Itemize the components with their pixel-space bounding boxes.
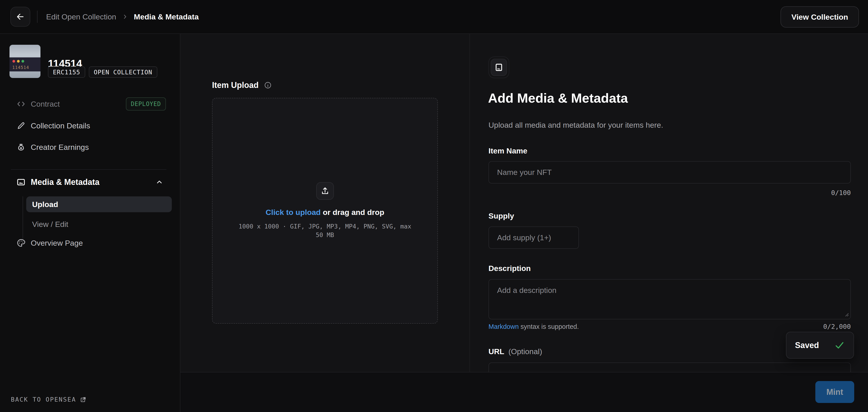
upload-constraints: 1000 x 1000 · GIF, JPG, MP3, MP4, PNG, S… [239,222,411,239]
metadata-form-panel: Add Media & Metadata Upload all media an… [470,34,868,372]
supply-input[interactable] [489,226,579,249]
sidebar-item-label: Overview Page [31,239,83,248]
supply-label: Supply [489,212,514,220]
external-link-icon [80,396,87,403]
sidebar-item-collection-details[interactable]: Collection Details [0,119,180,132]
breadcrumb-current: Media & Metadata [134,12,199,21]
sidebar-item-contract[interactable]: Contract DEPLOYED [0,98,180,110]
terminal-dots-icon [12,60,24,63]
breadcrumb: Edit Open Collection Media & Metadata [46,12,199,21]
url-label: URL (Optional) [489,347,542,356]
markdown-help: Markdown syntax is supported. [489,323,579,330]
saved-toast-label: Saved [795,341,819,350]
item-upload-title: Item Upload [212,81,258,90]
mint-button[interactable]: Mint [815,381,854,403]
saved-toast: Saved [786,332,854,359]
breadcrumb-parent-link[interactable]: Edit Open Collection [46,12,116,21]
collection-badges: ERC1155 OPEN COLLECTION [48,66,157,78]
markdown-link[interactable]: Markdown [489,323,519,330]
drag-drop-text: or drag and drop [321,208,384,217]
thumbnail-label: 114514 [12,65,29,70]
description-label: Description [489,264,531,273]
url-optional-text [506,347,508,356]
sidebar-item-creator-earnings[interactable]: Creator Earnings [0,141,180,154]
item-name-input[interactable] [489,161,851,184]
collection-thumbnail: 114514 [9,45,40,78]
arrow-left-icon [16,12,25,22]
upload-dropzone[interactable]: Click to upload or drag and drop 1000 x … [212,98,438,324]
back-to-opensea-link[interactable]: BACK TO OPENSEA [11,396,87,403]
sidebar-item-label: View / Edit [32,220,68,229]
click-to-upload-link[interactable]: Click to upload [266,208,321,217]
image-icon [494,63,504,72]
sidebar-item-label: Upload [32,200,58,209]
upload-icon [320,186,330,195]
item-upload-section: Item Upload Click to upload or drag and … [180,34,469,372]
sidebar-item-media-metadata[interactable]: Media & Metadata [0,176,180,189]
sidebar-item-overview-page[interactable]: Overview Page [0,236,180,249]
sidebar-item-label: Contract [31,100,60,108]
upload-constraints-line2: 50 MB [239,231,411,239]
sidebar-item-label: Collection Details [31,121,90,130]
upload-constraints-line1: 1000 x 1000 · GIF, JPG, MP3, MP4, PNG, S… [239,222,411,231]
chevron-right-icon [122,14,128,20]
url-label-text: URL [489,347,504,356]
token-standard-badge: ERC1155 [48,66,85,78]
description-help-row: Markdown syntax is supported. 0/2,000 [489,323,851,330]
sidebar-item-label: Creator Earnings [31,143,89,152]
chevron-up-icon[interactable] [156,178,163,186]
check-icon [834,340,845,351]
media-tile [489,57,509,78]
code-icon [16,99,26,108]
money-bag-icon [16,142,26,152]
sidebar-item-label: Media & Metadata [31,178,99,187]
action-footer: Mint [180,372,868,412]
sidebar: 114514 114514 ERC1155 OPEN COLLECTION Co… [0,34,180,412]
topbar-divider [37,11,37,23]
info-icon[interactable] [264,82,272,89]
upload-cta: Click to upload or drag and drop [266,208,384,217]
thumbnail-terminal-band: 114514 [9,57,40,71]
media-tile-inner [491,59,507,76]
description-textarea[interactable] [489,279,851,319]
url-input[interactable] [489,362,851,372]
image-icon [16,178,26,187]
collection-type-badge: OPEN COLLECTION [89,66,157,78]
upload-icon-button[interactable] [316,182,334,200]
view-collection-button[interactable]: View Collection [780,6,859,28]
url-optional-label: (Optional) [508,347,542,356]
palette-icon [16,239,26,248]
back-to-opensea-label: BACK TO OPENSEA [11,396,76,403]
sidebar-divider [11,169,166,170]
deployed-status-badge: DEPLOYED [126,97,166,110]
sidebar-subitem-view-edit[interactable]: View / Edit [0,218,180,230]
sidebar-subitem-upload[interactable]: Upload [26,196,172,212]
item-upload-heading: Item Upload [212,81,272,90]
back-button[interactable] [10,7,30,27]
page-subtitle: Upload all media and metadata for your i… [489,121,663,129]
description-counter: 0/2,000 [823,323,851,330]
page-title: Add Media & Metadata [488,90,628,105]
item-name-counter: 0/100 [489,189,851,197]
pencil-icon [16,121,26,130]
top-bar: Edit Open Collection Media & Metadata Vi… [0,0,868,34]
item-name-label: Item Name [489,147,527,155]
markdown-help-rest: syntax is supported. [519,323,579,330]
edit-collection-page: Edit Open Collection Media & Metadata Vi… [0,0,868,412]
